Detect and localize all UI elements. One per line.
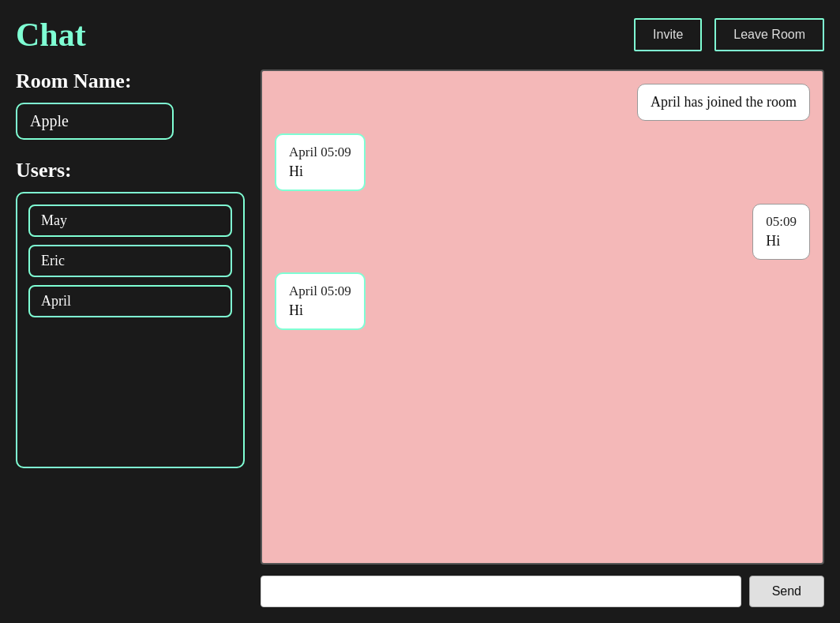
- message-time: 05:09: [766, 212, 797, 231]
- chat-area: April has joined the roomApril 05:09Hi05…: [261, 69, 824, 607]
- header-buttons: Invite Leave Room: [634, 18, 824, 51]
- message-bubble: April has joined the room: [637, 84, 810, 121]
- message-text: Hi: [289, 162, 351, 182]
- room-name-label: Room Name:: [16, 69, 245, 93]
- message-text: Hi: [766, 231, 797, 251]
- users-label: Users:: [16, 159, 245, 182]
- message-text: Hi: [289, 301, 351, 321]
- invite-button[interactable]: Invite: [634, 18, 702, 51]
- user-item[interactable]: Eric: [28, 245, 232, 277]
- message-bubble: April 05:09Hi: [275, 133, 366, 191]
- message-bubble: April 05:09Hi: [275, 272, 366, 330]
- users-container: MayEricApril: [16, 192, 245, 468]
- message-text: April has joined the room: [651, 92, 797, 112]
- user-item[interactable]: April: [28, 285, 232, 317]
- message-input[interactable]: [261, 576, 741, 607]
- sidebar: Room Name: Apple Users: MayEricApril: [16, 69, 261, 607]
- message-sender-time: April 05:09: [289, 143, 351, 162]
- user-item[interactable]: May: [28, 205, 232, 237]
- message-sender-time: April 05:09: [289, 282, 351, 301]
- send-button[interactable]: Send: [749, 576, 824, 607]
- leave-room-button[interactable]: Leave Room: [714, 18, 824, 51]
- main-layout: Room Name: Apple Users: MayEricApril Apr…: [16, 69, 824, 607]
- room-name-value: Apple: [16, 103, 174, 140]
- messages-container[interactable]: April has joined the roomApril 05:09Hi05…: [261, 69, 824, 565]
- app-header: Chat Invite Leave Room: [16, 16, 824, 54]
- app-title: Chat: [16, 16, 86, 54]
- input-area: Send: [261, 572, 824, 607]
- message-bubble: 05:09Hi: [752, 204, 810, 260]
